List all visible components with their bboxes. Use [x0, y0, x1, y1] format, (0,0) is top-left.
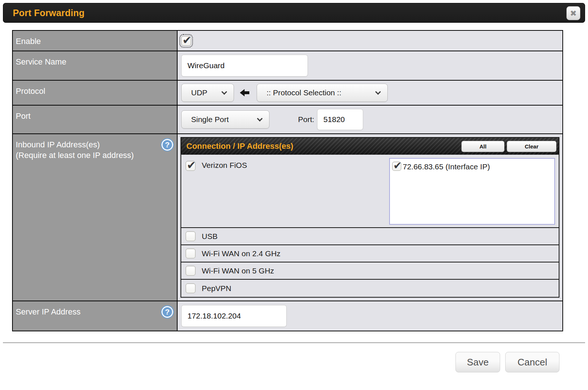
select-all-button[interactable]: All: [461, 141, 505, 152]
server-ip-input[interactable]: [181, 305, 287, 327]
inbound-ip-label: Inbound IP Address(es): [16, 139, 159, 150]
connection-label: Wi-Fi WAN on 2.4 GHz: [202, 249, 280, 258]
row-server-ip: Server IP Address ?: [13, 301, 562, 331]
save-button[interactable]: Save: [455, 352, 500, 372]
chevron-down-icon: [222, 89, 227, 95]
port-mode-select[interactable]: Single Port: [181, 110, 269, 129]
row-enable: Enable: [13, 31, 562, 51]
close-button[interactable]: ✖: [566, 6, 580, 20]
ip-address-listbox[interactable]: 72.66.83.65 (Interface IP): [389, 158, 555, 225]
port-number-input[interactable]: [317, 109, 363, 130]
connection-row: Wi-Fi WAN on 2.4 GHz: [181, 245, 559, 262]
close-icon: ✖: [570, 9, 577, 18]
row-port: Port Single Port Port:: [13, 106, 562, 134]
protocol-select[interactable]: UDP: [181, 84, 234, 102]
enable-label: Enable: [13, 31, 178, 51]
help-icon: ?: [165, 140, 170, 150]
row-service-name: Service Name: [13, 51, 562, 81]
help-icon: ?: [165, 307, 170, 317]
connection-label: PepVPN: [202, 284, 231, 293]
connection-label: Verizon FiOS: [202, 161, 247, 170]
chevron-down-icon: [375, 89, 381, 95]
port-forwarding-form: Enable Service Name Protocol UDP :: Prot…: [12, 30, 563, 331]
service-name-input[interactable]: [181, 55, 308, 77]
connection-checkbox-usb[interactable]: [186, 231, 196, 241]
clear-button[interactable]: Clear: [507, 141, 557, 152]
connection-checkbox-wifi-24[interactable]: [186, 249, 196, 258]
port-number-label: Port:: [298, 115, 314, 124]
arrow-left-icon: [239, 88, 250, 98]
protocol-quick-select-label: :: Protocol Selection ::: [267, 88, 341, 97]
chevron-down-icon: [257, 115, 263, 121]
connection-checkbox-wifi-5[interactable]: [186, 266, 196, 276]
server-ip-help-button[interactable]: ?: [161, 305, 174, 319]
connection-label: USB: [202, 232, 217, 241]
protocol-label: Protocol: [13, 81, 178, 105]
connection-row: USB: [181, 228, 559, 245]
inbound-help-button[interactable]: ?: [161, 138, 174, 151]
dialog-title: Port Forwarding: [13, 8, 85, 18]
server-ip-label: Server IP Address: [16, 306, 159, 317]
connection-ip-panel: Connection / IP Address(es) All Clear Ve…: [181, 137, 559, 298]
ip-address-label: 72.66.83.65 (Interface IP): [403, 162, 490, 171]
cancel-button[interactable]: Cancel: [505, 352, 559, 372]
connection-row: PepVPN: [181, 280, 559, 297]
connection-checkbox-pepvpn[interactable]: [186, 283, 196, 293]
connection-label: Wi-Fi WAN on 5 GHz: [202, 266, 274, 275]
inbound-ip-sublabel: (Require at least one IP address): [16, 150, 159, 161]
service-name-label: Service Name: [13, 51, 178, 80]
row-protocol: Protocol UDP :: Protocol Selection ::: [13, 81, 562, 106]
footer: Save Cancel: [0, 352, 559, 372]
connection-checkbox-verizon-fios[interactable]: [186, 161, 196, 171]
port-mode-selected-value: Single Port: [191, 115, 229, 124]
protocol-quick-select[interactable]: :: Protocol Selection ::: [257, 84, 388, 102]
protocol-selected-value: UDP: [191, 88, 207, 97]
ip-checkbox[interactable]: [392, 162, 401, 171]
connection-panel-header: Connection / IP Address(es) All Clear: [181, 138, 559, 155]
dialog-titlebar: Port Forwarding ✖: [3, 3, 585, 23]
connection-panel-title: Connection / IP Address(es): [186, 141, 293, 151]
port-label: Port: [13, 106, 178, 133]
footer-divider: [3, 342, 585, 343]
connection-row: Verizon FiOS 72.66.83.65 (Interface IP): [181, 155, 559, 228]
row-inbound-ip: Inbound IP Address(es) (Require at least…: [13, 134, 562, 301]
enable-checkbox[interactable]: [181, 36, 191, 46]
connection-row: Wi-Fi WAN on 5 GHz: [181, 262, 559, 280]
